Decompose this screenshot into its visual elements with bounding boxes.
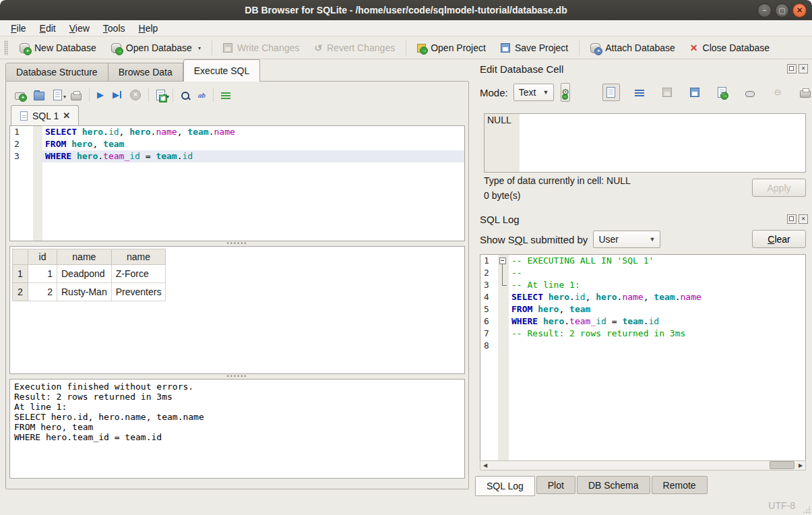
- new-database-icon: +: [20, 43, 30, 53]
- results-column-header[interactable]: name: [111, 249, 166, 265]
- print-icon[interactable]: [71, 93, 82, 100]
- menu-edit[interactable]: Edit: [33, 22, 63, 35]
- sql-log-dock-header: SQL Log ✕: [480, 212, 808, 226]
- filter-label: Show SQL submitted by: [480, 234, 588, 245]
- title-bar: DB Browser for SQLite - /home/user/code/…: [0, 0, 812, 20]
- sql-file-tab[interactable]: SQL 1 ✕: [11, 105, 79, 125]
- save-sql-file-icon[interactable]: ▾: [53, 90, 62, 100]
- toolbar-drag-handle[interactable]: [4, 40, 8, 55]
- open-sql-file-icon[interactable]: [34, 92, 44, 100]
- find-icon[interactable]: [181, 92, 189, 100]
- new-sql-tab-icon[interactable]: +: [15, 92, 25, 100]
- dock-tab-bar: SQL Log Plot DB Schema Remote: [475, 476, 709, 496]
- auto-format-icon[interactable]: ab: [198, 90, 206, 100]
- dock-tab-plot[interactable]: Plot: [536, 476, 575, 494]
- dock-tab-sql-log[interactable]: SQL Log: [475, 476, 535, 496]
- submitted-by-select[interactable]: User ▼: [593, 231, 660, 248]
- auto-apply-button[interactable]: ⚙ →: [561, 83, 570, 102]
- scroll-left-icon[interactable]: ◀: [480, 461, 490, 470]
- results-corner-cell[interactable]: [13, 249, 28, 265]
- export-data-icon[interactable]: →: [714, 84, 730, 100]
- attach-database-icon: +: [590, 43, 600, 53]
- right-pane: Edit Database Cell ✕ Mode: Text ▼ ⚙ → → …: [475, 59, 812, 495]
- resize-grip[interactable]: [803, 506, 811, 514]
- dock-tab-remote[interactable]: Remote: [652, 476, 708, 494]
- close-sql-tab-icon[interactable]: ✕: [63, 111, 70, 121]
- results-column-header[interactable]: name: [57, 249, 112, 265]
- sql-file-tab-bar: SQL 1 ✕: [9, 105, 465, 125]
- menu-file[interactable]: File: [4, 22, 33, 35]
- indent-icon[interactable]: [221, 92, 230, 100]
- save-project-button[interactable]: Save Project: [493, 39, 575, 57]
- scroll-right-icon[interactable]: ▶: [796, 461, 805, 470]
- results-grid: idnamename11DeadpondZ-Force22Rusty-ManPr…: [9, 246, 465, 374]
- float-dock-icon[interactable]: [787, 64, 797, 73]
- table-row: 11DeadpondZ-Force: [13, 265, 166, 283]
- edit-cell-dock-header: Edit Database Cell ✕: [480, 62, 808, 75]
- menu-help[interactable]: Help: [132, 22, 165, 35]
- edit-cell-title: Edit Database Cell: [480, 63, 785, 75]
- new-database-button[interactable]: + New Database: [12, 39, 104, 57]
- sql-file-icon: [20, 111, 28, 121]
- result-cell[interactable]: 2: [28, 283, 57, 301]
- print-cell-icon[interactable]: [797, 84, 812, 100]
- float-dock-icon[interactable]: [787, 214, 797, 224]
- execute-all-icon[interactable]: ▶: [97, 90, 104, 100]
- open-database-dropdown-icon[interactable]: ▾: [198, 45, 201, 53]
- sql-log-view[interactable]: 1-- EXECUTING ALL IN 'SQL 1'2--3-- At li…: [480, 254, 806, 462]
- edit-cell-mode-row: Mode: Text ▼ ⚙ → → ⊖: [480, 82, 807, 102]
- tab-browse-data[interactable]: Browse Data: [108, 63, 183, 82]
- result-cell[interactable]: 1: [28, 265, 57, 283]
- chevron-down-icon: ▼: [649, 236, 655, 243]
- maximize-button[interactable]: ▢: [775, 3, 789, 18]
- result-cell[interactable]: Rusty-Man: [57, 283, 112, 301]
- word-wrap-icon[interactable]: [631, 84, 648, 100]
- main-toolbar: + New Database → Open Database ▾ Write C…: [0, 37, 812, 59]
- result-cell[interactable]: Z-Force: [111, 265, 166, 283]
- link-icon[interactable]: [742, 84, 758, 100]
- minimize-button[interactable]: −: [757, 3, 772, 18]
- menu-view[interactable]: View: [63, 22, 96, 35]
- open-database-button[interactable]: → Open Database ▾: [104, 39, 208, 57]
- results-column-header[interactable]: id: [28, 249, 57, 265]
- table-row: 22Rusty-ManPreventers: [13, 283, 166, 301]
- scrollbar-thumb[interactable]: [770, 461, 794, 469]
- result-cell[interactable]: Preventers: [111, 283, 166, 301]
- open-database-icon: →: [111, 43, 121, 53]
- toolbar-separator: [579, 40, 580, 55]
- save-results-icon[interactable]: ▦▾: [156, 90, 165, 100]
- tab-execute-sql[interactable]: Execute SQL: [183, 59, 261, 82]
- open-project-button[interactable]: → Open Project: [410, 39, 493, 57]
- clear-log-button[interactable]: Clear: [752, 230, 806, 248]
- sql-log-title: SQL Log: [480, 214, 785, 225]
- menu-tools[interactable]: Tools: [96, 22, 132, 35]
- chevron-down-icon: ▼: [542, 89, 549, 96]
- execution-status-log[interactable]: Execution finished without errors. Resul…: [9, 379, 465, 479]
- close-database-button[interactable]: ✕ Close Database: [683, 39, 777, 57]
- cell-type-info: Type of data currently in cell: NULL: [484, 175, 631, 186]
- splitter-editor-results[interactable]: ••••••: [9, 241, 465, 246]
- splitter-results-log[interactable]: ••••••: [9, 374, 465, 379]
- result-cell[interactable]: Deadpond: [57, 265, 112, 283]
- text-mode-icon[interactable]: [602, 84, 620, 101]
- row-header[interactable]: 1: [13, 265, 28, 283]
- save-data-icon[interactable]: [687, 84, 703, 100]
- execute-sql-panel: + ▾ ▶ ▶ ✕ ▦▾ ab SQL 1 ✕: [5, 81, 469, 489]
- sql-editor[interactable]: 1SELECT hero.id, hero.name, team.name2FR…: [9, 125, 465, 241]
- revert-changes-icon: ↺: [314, 44, 322, 53]
- dock-tab-db-schema[interactable]: DB Schema: [577, 476, 650, 494]
- cell-editor[interactable]: NULL: [484, 113, 806, 173]
- tab-database-structure[interactable]: Database Structure: [5, 63, 108, 82]
- window-title: DB Browser for SQLite - /home/user/code/…: [0, 5, 812, 16]
- close-button[interactable]: ✕: [792, 3, 807, 18]
- close-dock-icon[interactable]: ✕: [799, 214, 808, 224]
- close-dock-icon[interactable]: ✕: [799, 64, 808, 73]
- horizontal-scrollbar[interactable]: ◀ ▶: [480, 460, 806, 471]
- results-table: idnamename11DeadpondZ-Force22Rusty-ManPr…: [12, 249, 166, 301]
- attach-database-button[interactable]: + Attach Database: [583, 39, 683, 57]
- mode-select[interactable]: Text ▼: [513, 84, 555, 101]
- sql-log-filter-row: Show SQL submitted by User ▼ Clear: [480, 229, 806, 249]
- row-header[interactable]: 2: [13, 283, 28, 301]
- close-database-icon: ✕: [690, 43, 698, 53]
- execute-current-line-icon[interactable]: ▶: [113, 90, 121, 100]
